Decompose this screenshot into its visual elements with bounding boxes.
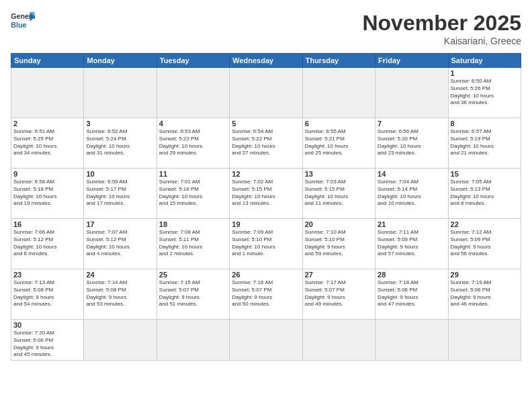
table-row: [84, 68, 157, 118]
general-blue-icon: General Blue: [11, 11, 35, 31]
col-saturday: Saturday: [448, 54, 521, 68]
table-row: [84, 320, 157, 361]
day-number: 4: [159, 120, 227, 128]
day-number: 10: [86, 170, 154, 178]
day-info: Sunrise: 6:54 AM Sunset: 5:22 PM Dayligh…: [232, 128, 300, 157]
table-row: 9Sunrise: 6:58 AM Sunset: 5:18 PM Daylig…: [11, 169, 84, 219]
day-info: Sunrise: 7:10 AM Sunset: 5:10 PM Dayligh…: [305, 229, 373, 258]
day-info: Sunrise: 6:51 AM Sunset: 5:25 PM Dayligh…: [13, 128, 81, 157]
day-info: Sunrise: 6:56 AM Sunset: 5:20 PM Dayligh…: [378, 128, 445, 157]
day-number: 17: [86, 220, 154, 228]
table-row: 30Sunrise: 7:20 AM Sunset: 5:06 PM Dayli…: [11, 320, 84, 361]
table-row: 14Sunrise: 7:04 AM Sunset: 5:14 PM Dayli…: [375, 169, 448, 219]
day-number: 16: [13, 220, 81, 228]
day-number: 24: [86, 271, 154, 279]
day-info: Sunrise: 7:18 AM Sunset: 5:06 PM Dayligh…: [378, 279, 445, 308]
day-number: 8: [451, 120, 519, 128]
day-number: 5: [232, 120, 300, 128]
day-number: 15: [451, 170, 519, 178]
day-number: 29: [451, 271, 519, 279]
calendar-row: 23Sunrise: 7:13 AM Sunset: 5:08 PM Dayli…: [11, 269, 521, 320]
day-info: Sunrise: 6:58 AM Sunset: 5:18 PM Dayligh…: [13, 179, 81, 208]
col-wednesday: Wednesday: [230, 54, 302, 68]
col-monday: Monday: [84, 54, 157, 68]
day-info: Sunrise: 7:04 AM Sunset: 5:14 PM Dayligh…: [378, 179, 445, 208]
day-number: 11: [159, 170, 227, 178]
day-info: Sunrise: 7:19 AM Sunset: 5:06 PM Dayligh…: [451, 279, 519, 308]
day-number: 6: [305, 120, 373, 128]
day-number: 19: [232, 220, 300, 228]
day-number: 26: [232, 271, 300, 279]
day-info: Sunrise: 7:08 AM Sunset: 5:11 PM Dayligh…: [159, 229, 227, 258]
day-info: Sunrise: 7:03 AM Sunset: 5:15 PM Dayligh…: [305, 179, 373, 208]
day-number: 21: [378, 220, 445, 228]
day-info: Sunrise: 7:09 AM Sunset: 5:10 PM Dayligh…: [232, 229, 300, 258]
day-number: 22: [451, 220, 519, 228]
day-info: Sunrise: 7:06 AM Sunset: 5:12 PM Dayligh…: [13, 229, 81, 258]
month-title: November 2025: [362, 11, 521, 36]
table-row: 13Sunrise: 7:03 AM Sunset: 5:15 PM Dayli…: [302, 169, 375, 219]
table-row: 28Sunrise: 7:18 AM Sunset: 5:06 PM Dayli…: [375, 269, 448, 320]
svg-text:Blue: Blue: [11, 21, 26, 29]
day-info: Sunrise: 7:13 AM Sunset: 5:08 PM Dayligh…: [13, 279, 81, 308]
day-info: Sunrise: 7:05 AM Sunset: 5:13 PM Dayligh…: [451, 179, 519, 208]
calendar-row: 16Sunrise: 7:06 AM Sunset: 5:12 PM Dayli…: [11, 219, 521, 269]
day-number: 14: [378, 170, 445, 178]
day-info: Sunrise: 6:53 AM Sunset: 5:23 PM Dayligh…: [159, 128, 227, 157]
table-row: 7Sunrise: 6:56 AM Sunset: 5:20 PM Daylig…: [375, 118, 448, 169]
table-row: 16Sunrise: 7:06 AM Sunset: 5:12 PM Dayli…: [11, 219, 84, 269]
table-row: 12Sunrise: 7:02 AM Sunset: 5:15 PM Dayli…: [230, 169, 302, 219]
day-number: 9: [13, 170, 81, 178]
day-number: 18: [159, 220, 227, 228]
day-number: 28: [378, 271, 445, 279]
day-number: 27: [305, 271, 373, 279]
table-row: 24Sunrise: 7:14 AM Sunset: 5:08 PM Dayli…: [84, 269, 157, 320]
col-tuesday: Tuesday: [157, 54, 229, 68]
day-number: 13: [305, 170, 373, 178]
calendar-table: Sunday Monday Tuesday Wednesday Thursday…: [11, 53, 521, 361]
table-row: [375, 320, 448, 361]
calendar-row: 30Sunrise: 7:20 AM Sunset: 5:06 PM Dayli…: [11, 320, 521, 361]
day-info: Sunrise: 6:59 AM Sunset: 5:17 PM Dayligh…: [86, 179, 154, 208]
table-row: 6Sunrise: 6:55 AM Sunset: 5:21 PM Daylig…: [302, 118, 375, 169]
table-row: 29Sunrise: 7:19 AM Sunset: 5:06 PM Dayli…: [448, 269, 521, 320]
table-row: 17Sunrise: 7:07 AM Sunset: 5:12 PM Dayli…: [84, 219, 157, 269]
table-row: [302, 68, 375, 118]
table-row: [375, 68, 448, 118]
day-info: Sunrise: 6:50 AM Sunset: 5:26 PM Dayligh…: [451, 78, 519, 107]
table-row: [157, 68, 229, 118]
day-info: Sunrise: 7:14 AM Sunset: 5:08 PM Dayligh…: [86, 279, 154, 308]
day-number: 20: [305, 220, 373, 228]
day-info: Sunrise: 7:07 AM Sunset: 5:12 PM Dayligh…: [86, 229, 154, 258]
table-row: [157, 320, 229, 361]
col-friday: Friday: [375, 54, 448, 68]
table-row: 21Sunrise: 7:11 AM Sunset: 5:09 PM Dayli…: [375, 219, 448, 269]
day-number: 23: [13, 271, 81, 279]
day-number: 2: [13, 120, 81, 128]
table-row: 4Sunrise: 6:53 AM Sunset: 5:23 PM Daylig…: [157, 118, 229, 169]
page: General Blue November 2025 Kaisariani, G…: [0, 0, 532, 411]
day-info: Sunrise: 7:12 AM Sunset: 5:09 PM Dayligh…: [451, 229, 519, 258]
day-info: Sunrise: 7:02 AM Sunset: 5:15 PM Dayligh…: [232, 179, 300, 208]
day-number: 25: [159, 271, 227, 279]
table-row: [448, 320, 521, 361]
table-row: 1Sunrise: 6:50 AM Sunset: 5:26 PM Daylig…: [448, 68, 521, 118]
table-row: 23Sunrise: 7:13 AM Sunset: 5:08 PM Dayli…: [11, 269, 84, 320]
col-thursday: Thursday: [302, 54, 375, 68]
table-row: 10Sunrise: 6:59 AM Sunset: 5:17 PM Dayli…: [84, 169, 157, 219]
table-row: 20Sunrise: 7:10 AM Sunset: 5:10 PM Dayli…: [302, 219, 375, 269]
subtitle: Kaisariani, Greece: [362, 36, 521, 46]
day-info: Sunrise: 7:16 AM Sunset: 5:07 PM Dayligh…: [232, 279, 300, 308]
table-row: 27Sunrise: 7:17 AM Sunset: 5:07 PM Dayli…: [302, 269, 375, 320]
table-row: 15Sunrise: 7:05 AM Sunset: 5:13 PM Dayli…: [448, 169, 521, 219]
table-row: [11, 68, 84, 118]
table-row: 5Sunrise: 6:54 AM Sunset: 5:22 PM Daylig…: [230, 118, 302, 169]
day-info: Sunrise: 6:52 AM Sunset: 5:24 PM Dayligh…: [86, 128, 154, 157]
table-row: 18Sunrise: 7:08 AM Sunset: 5:11 PM Dayli…: [157, 219, 229, 269]
day-info: Sunrise: 6:57 AM Sunset: 5:19 PM Dayligh…: [451, 128, 519, 157]
table-row: [230, 68, 302, 118]
table-row: 2Sunrise: 6:51 AM Sunset: 5:25 PM Daylig…: [11, 118, 84, 169]
table-row: 8Sunrise: 6:57 AM Sunset: 5:19 PM Daylig…: [448, 118, 521, 169]
day-info: Sunrise: 6:55 AM Sunset: 5:21 PM Dayligh…: [305, 128, 373, 157]
day-number: 7: [378, 120, 445, 128]
